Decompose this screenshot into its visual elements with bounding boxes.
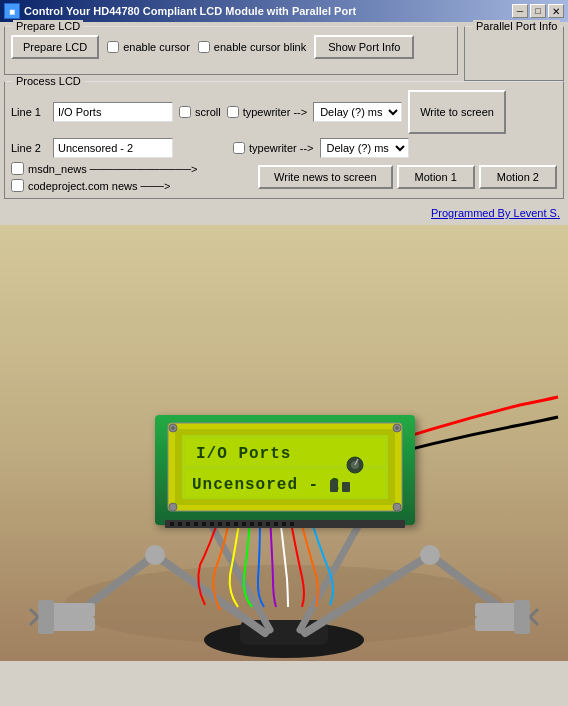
svg-rect-8 <box>50 617 95 631</box>
write-to-screen-button[interactable]: Write to screen <box>408 90 506 134</box>
window-controls: ─ □ ✕ <box>512 4 564 18</box>
svg-rect-7 <box>50 603 95 617</box>
svg-rect-37 <box>242 522 246 526</box>
svg-rect-63 <box>342 482 350 492</box>
process-lcd-group: Process LCD Line 1 scroll typewriter -->… <box>4 81 564 199</box>
svg-rect-41 <box>274 522 278 526</box>
svg-rect-43 <box>290 522 294 526</box>
motion2-button[interactable]: Motion 2 <box>479 165 557 189</box>
line1-input[interactable] <box>53 102 173 122</box>
prepare-row: Prepare LCD enable cursor enable cursor … <box>11 35 451 59</box>
parallel-port-info-group: Parallel Port Info <box>464 26 564 81</box>
prepare-lcd-label: Prepare LCD <box>13 20 83 32</box>
typewriter1-label[interactable]: typewriter --> <box>227 106 308 118</box>
svg-text:Uncensored - 2: Uncensored - 2 <box>192 476 340 494</box>
title-bar: ■ Control Your HD44780 Compliant LCD Mod… <box>0 0 568 22</box>
svg-point-6 <box>145 545 165 565</box>
svg-text:I/O Ports: I/O Ports <box>196 445 291 463</box>
codeproject-news-label[interactable]: codeproject.com news ───> <box>11 179 252 192</box>
svg-rect-62 <box>330 480 338 492</box>
line2-label: Line 2 <box>11 142 47 154</box>
svg-point-54 <box>393 503 401 511</box>
codeproject-news-checkbox[interactable] <box>11 179 24 192</box>
svg-rect-34 <box>218 522 222 526</box>
line2-row: Line 2 typewriter --> Delay (?) ms <box>11 138 557 158</box>
svg-rect-15 <box>475 603 520 617</box>
enable-cursor-blink-checkbox[interactable] <box>198 41 210 53</box>
credit-link[interactable]: Programmed By Levent S. <box>4 205 564 221</box>
svg-point-53 <box>169 503 177 511</box>
process-lcd-label: Process LCD <box>13 75 84 87</box>
enable-cursor-checkbox[interactable] <box>107 41 119 53</box>
prepare-lcd-group: Prepare LCD Prepare LCD enable cursor en… <box>4 26 458 75</box>
photo-area: I/O Ports Uncensored - 2 <box>0 225 568 661</box>
action-buttons: Write news to screen Motion 1 Motion 2 <box>258 162 557 192</box>
svg-rect-30 <box>186 522 190 526</box>
msdn-news-label[interactable]: msdn_news ─────────────> <box>11 162 252 175</box>
svg-rect-9 <box>38 600 54 634</box>
scroll1-label[interactable]: scroll <box>179 106 221 118</box>
svg-rect-42 <box>282 522 286 526</box>
parallel-port-label: Parallel Port Info <box>473 20 560 32</box>
minimize-button[interactable]: ─ <box>512 4 528 18</box>
typewriter2-checkbox[interactable] <box>233 142 245 154</box>
delay2-select[interactable]: Delay (?) ms <box>320 138 409 158</box>
scroll1-checkbox[interactable] <box>179 106 191 118</box>
svg-rect-35 <box>226 522 230 526</box>
line1-row: Line 1 scroll typewriter --> Delay (?) m… <box>11 90 557 134</box>
news-column: msdn_news ─────────────> codeproject.com… <box>11 162 252 192</box>
svg-rect-36 <box>234 522 238 526</box>
prepare-lcd-button[interactable]: Prepare LCD <box>11 35 99 59</box>
svg-rect-40 <box>266 522 270 526</box>
svg-rect-32 <box>202 522 206 526</box>
svg-rect-31 <box>194 522 198 526</box>
delay1-select[interactable]: Delay (?) ms <box>313 102 402 122</box>
line2-input[interactable] <box>53 138 173 158</box>
show-port-button[interactable]: Show Port Info <box>314 35 414 59</box>
svg-rect-17 <box>514 600 530 634</box>
svg-rect-28 <box>170 522 174 526</box>
svg-rect-38 <box>250 522 254 526</box>
typewriter1-checkbox[interactable] <box>227 106 239 118</box>
svg-rect-39 <box>258 522 262 526</box>
write-news-button[interactable]: Write news to screen <box>258 165 393 189</box>
svg-rect-16 <box>475 617 520 631</box>
svg-point-14 <box>420 545 440 565</box>
close-button[interactable]: ✕ <box>548 4 564 18</box>
window-title: Control Your HD44780 Compliant LCD Modul… <box>24 5 356 17</box>
top-section: Prepare LCD Prepare LCD enable cursor en… <box>4 26 564 81</box>
svg-rect-29 <box>178 522 182 526</box>
svg-rect-33 <box>210 522 214 526</box>
typewriter2-label[interactable]: typewriter --> <box>233 142 314 154</box>
window-body: Prepare LCD Prepare LCD enable cursor en… <box>0 22 568 225</box>
enable-cursor-blink-label[interactable]: enable cursor blink <box>198 41 306 53</box>
app-icon: ■ <box>4 3 20 19</box>
title-bar-left: ■ Control Your HD44780 Compliant LCD Mod… <box>4 3 356 19</box>
lcd-scene-svg: I/O Ports Uncensored - 2 <box>0 225 568 661</box>
enable-cursor-label[interactable]: enable cursor <box>107 41 190 53</box>
line1-label: Line 1 <box>11 106 47 118</box>
msdn-news-checkbox[interactable] <box>11 162 24 175</box>
maximize-button[interactable]: □ <box>530 4 546 18</box>
bottom-row: msdn_news ─────────────> codeproject.com… <box>11 162 557 192</box>
motion1-button[interactable]: Motion 1 <box>397 165 475 189</box>
